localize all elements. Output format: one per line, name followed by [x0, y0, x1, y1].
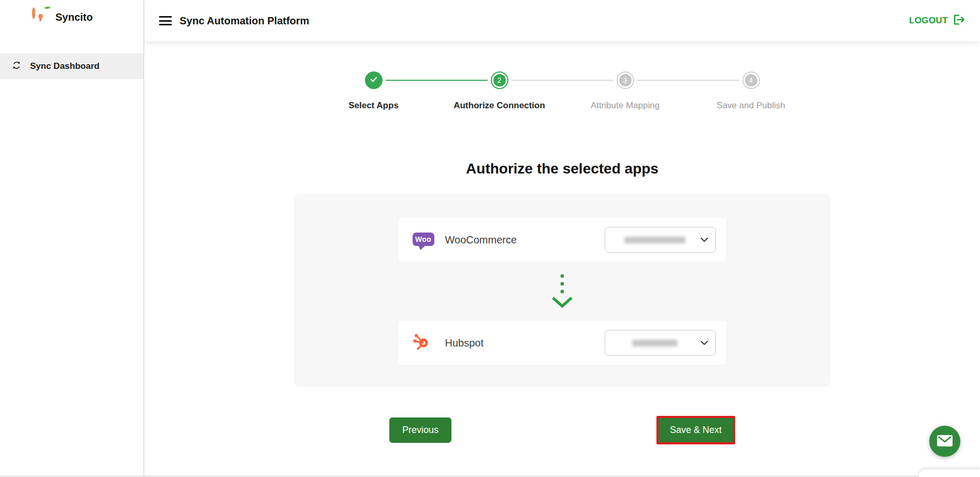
step-number: 3: [619, 74, 632, 86]
previous-button[interactable]: Previous: [389, 417, 451, 443]
save-next-highlight-annotation: Save & Next: [656, 416, 735, 444]
chevron-down-icon: [700, 341, 708, 345]
hamburger-icon[interactable]: [159, 16, 172, 25]
chevron-down-icon: [700, 238, 708, 242]
step-label: Save and Publish: [716, 100, 785, 111]
stepper-step-authorize-connection: 2 Authorize Connection: [436, 71, 562, 111]
envelope-icon: [937, 434, 953, 449]
woocommerce-logo-icon: Woo: [413, 233, 434, 247]
content: Select Apps 2 Authorize Connection 3 Att…: [144, 71, 980, 477]
step-circle-upcoming: 3: [617, 71, 634, 89]
section-heading: Authorize the selected apps: [144, 161, 980, 177]
main-area: Sync Automation Platform LOGOUT: [144, 0, 980, 475]
chat-minimized-corner: [919, 469, 980, 477]
app-row-hubspot: Hubspot: [399, 321, 726, 365]
page-title: Sync Automation Platform: [180, 15, 309, 27]
step-label: Select Apps: [348, 100, 399, 111]
top-header: Sync Automation Platform LOGOUT: [144, 0, 980, 41]
hubspot-connection-select[interactable]: [605, 330, 716, 356]
logout-button[interactable]: LOGOUT: [909, 14, 966, 28]
logout-exit-icon: [952, 14, 966, 28]
stepper-step-select-apps: Select Apps: [311, 71, 436, 111]
authorize-card: Woo WooCommerce: [294, 194, 830, 387]
brand-name: Syncito: [55, 11, 93, 23]
app-row-woocommerce: Woo WooCommerce: [399, 218, 726, 262]
chat-widget-button[interactable]: [929, 426, 960, 457]
sync-icon: [11, 60, 22, 73]
step-circle-active: 2: [491, 71, 508, 89]
woocommerce-connection-select[interactable]: [605, 227, 716, 253]
stepper-step-attribute-mapping: 3 Attribute Mapping: [562, 71, 688, 111]
step-circle-done: [365, 71, 383, 89]
syncito-logo-icon: [32, 9, 49, 25]
save-next-button[interactable]: Save & Next: [659, 418, 733, 442]
sync-direction-indicator: [294, 262, 830, 321]
step-label: Attribute Mapping: [591, 100, 660, 111]
app-name: Hubspot: [445, 337, 484, 349]
step-number: 2: [493, 74, 506, 86]
step-label: Authorize Connection: [454, 100, 545, 111]
select-value-blurred: [624, 237, 685, 243]
step-circle-upcoming: 4: [742, 71, 760, 89]
check-icon: [369, 74, 379, 86]
actions-row: Previous Save & Next: [294, 416, 830, 444]
step-number: 4: [745, 74, 757, 86]
sidebar: Syncito Sync Dashboard: [0, 0, 144, 475]
sidebar-item-label: Sync Dashboard: [30, 61, 99, 71]
sidebar-item-sync-dashboard[interactable]: Sync Dashboard: [0, 53, 143, 79]
select-value-blurred: [632, 340, 678, 346]
brand: Syncito: [0, 0, 143, 27]
stepper-step-save-and-publish: 4 Save and Publish: [688, 71, 814, 111]
app-name: WooCommerce: [445, 234, 517, 246]
hubspot-logo-icon: [413, 333, 434, 353]
green-dotted-down-arrow-icon: [549, 273, 575, 310]
logout-label: LOGOUT: [909, 16, 948, 26]
app-root: Syncito Sync Dashboard Sync Automation P…: [0, 0, 980, 477]
stepper: Select Apps 2 Authorize Connection 3 Att…: [311, 71, 814, 111]
